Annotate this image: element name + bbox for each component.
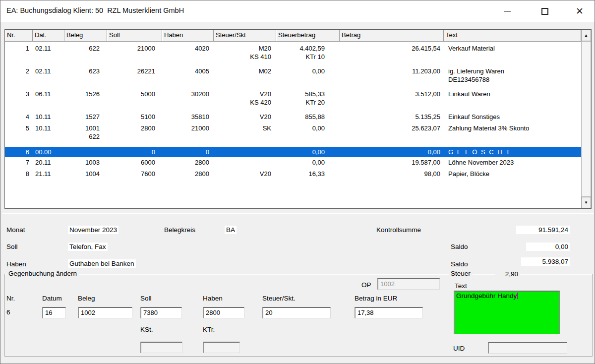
soll-summary-value: Telefon, Fax	[68, 243, 108, 251]
close-icon: ✕	[576, 6, 584, 16]
table-row[interactable]: 510.111001622280021000SK0,0025.623,07Zah…	[5, 124, 581, 141]
cell-steuer: SK	[214, 124, 276, 141]
saldo-soll-value: 0,00	[526, 243, 570, 251]
vertical-scrollbar[interactable]: ▲ ▼	[581, 30, 591, 208]
cell-betrag: 19.587,00	[340, 158, 444, 167]
soll-field[interactable]: 7380	[140, 307, 182, 318]
cell-steuerbetrag: 0,00	[276, 158, 340, 167]
cell-haben: 4005	[162, 67, 214, 84]
datum-field[interactable]: 16	[42, 307, 66, 318]
table-row[interactable]: 202.11623262214005M020,0011.203,00ig. Li…	[5, 67, 581, 84]
cell-text: ig. Lieferung WarenDE123456788	[444, 67, 581, 84]
cell-text: Zahlung Material 3% Skonto	[444, 124, 581, 141]
table-row-selected[interactable]: 600.00000,000,00G E L Ö S C H T	[5, 147, 581, 157]
cell-dat: 10.11	[33, 113, 64, 121]
titlebar: EA: Buchungsdialog Klient: 50 RZL Muster…	[0, 0, 595, 22]
column-header[interactable]: Soll	[107, 30, 162, 42]
scroll-down-button[interactable]: ▼	[581, 197, 591, 208]
cell-beleg: 1527	[64, 113, 107, 121]
minimize-button[interactable]	[496, 0, 518, 22]
column-header[interactable]: Haben	[162, 30, 214, 42]
cell-nr: 6	[5, 148, 33, 156]
steuer-skt-label: Steuer/Skt.	[262, 295, 296, 302]
table-row[interactable]: 720.111003600028000,0019.587,00Löhne Nov…	[5, 158, 581, 167]
cell-dat: 00.00	[33, 148, 64, 156]
saldo-haben-value: 5.938,07	[521, 257, 570, 266]
maximize-icon	[541, 8, 548, 15]
cell-steuer: V20	[214, 170, 276, 178]
cell-steuerbetrag: 0,00	[276, 67, 340, 84]
window-title: EA: Buchungsdialog Klient: 50 RZL Muster…	[6, 6, 184, 14]
belegkreis-value: BA	[225, 226, 237, 234]
cell-haben: 4020	[162, 44, 214, 61]
cell-nr: 4	[5, 113, 33, 121]
cell-nr: 1	[5, 44, 33, 61]
cell-betrag: 98,00	[340, 170, 444, 178]
haben-summary-label: Haben	[6, 260, 26, 268]
maximize-button[interactable]	[534, 0, 556, 22]
column-header[interactable]: Betrag	[340, 30, 444, 42]
ktr-field	[203, 342, 240, 353]
cell-dat: 06.11	[33, 90, 64, 107]
column-header[interactable]: Beleg	[64, 30, 107, 42]
cell-betrag: 3.512,00	[340, 90, 444, 107]
belegkreis-label: Belegkreis	[164, 226, 195, 234]
cell-haben: 21000	[162, 124, 214, 141]
table-row[interactable]: 306.111526500030200V20KS 420585,33KTr 20…	[5, 90, 581, 107]
panel-separator	[2, 213, 594, 214]
ktr-label: KTr.	[203, 326, 215, 333]
kst-label: KSt.	[140, 326, 153, 333]
steuer-skt-field[interactable]: 20	[262, 307, 331, 318]
column-header[interactable]: Steuerbetrag	[276, 30, 340, 42]
cell-soll: 2800	[107, 124, 162, 141]
cell-beleg: 622	[64, 44, 107, 61]
cell-dat: 21.11	[33, 170, 64, 178]
cell-steuerbetrag: 585,33KTr 20	[276, 90, 340, 107]
cell-text: Einkauf Sonstiges	[444, 113, 581, 121]
cell-soll: 0	[107, 148, 162, 156]
cell-betrag: 0,00	[340, 148, 444, 156]
monat-value: November 2023	[68, 226, 119, 234]
cell-dat: 20.11	[33, 158, 64, 167]
cell-soll: 5100	[107, 113, 162, 121]
cell-text: Papier, Blöcke	[444, 170, 581, 178]
cell-beleg: 623	[64, 67, 107, 84]
cell-text: Löhne November 2023	[444, 158, 581, 167]
cell-beleg	[64, 148, 107, 156]
column-header[interactable]: Nr.	[5, 30, 33, 42]
cell-steuer: V20	[214, 113, 276, 121]
close-button[interactable]: ✕	[569, 0, 591, 22]
column-header[interactable]: Steuer/Skt	[214, 30, 276, 42]
scroll-up-button[interactable]: ▲	[581, 30, 591, 41]
cell-haben: 0	[162, 148, 214, 156]
table-row[interactable]: 102.11622210004020M20KS 4104.402,59KTr 1…	[5, 44, 581, 61]
haben-summary-value: Guthaben bei Banken	[68, 259, 136, 268]
cell-text: G E L Ö S C H T	[444, 148, 581, 156]
uid-field	[488, 342, 567, 354]
text-field[interactable]: Grundgebühr Handy	[454, 291, 560, 334]
saldo-soll-label: Saldo	[451, 243, 468, 250]
op-label: OP	[361, 281, 371, 289]
table-row[interactable]: 410.111527510035810V20855,885.135,25Eink…	[5, 113, 581, 121]
kst-field	[140, 342, 182, 353]
column-header[interactable]: Text	[444, 30, 581, 42]
cell-steuerbetrag: 855,88	[276, 113, 340, 121]
scrollbar-track[interactable]	[581, 41, 591, 197]
monat-label: Monat	[6, 226, 25, 234]
beleg-label: Beleg	[78, 295, 95, 302]
cell-beleg: 1004	[64, 170, 107, 178]
haben-field[interactable]: 2800	[203, 307, 244, 318]
cell-dat: 10.11	[33, 124, 64, 141]
cell-soll: 5000	[107, 90, 162, 107]
table-row[interactable]: 821.11100476002800V2016,3398,00Papier, B…	[5, 170, 581, 178]
cell-betrag: 25.623,07	[340, 124, 444, 141]
cell-betrag: 11.203,00	[340, 67, 444, 84]
cell-nr: 8	[5, 170, 33, 178]
betrag-field[interactable]: 17,38	[355, 307, 423, 318]
chevron-down-icon: ▼	[584, 200, 588, 205]
cell-dat: 02.11	[33, 67, 64, 84]
beleg-field[interactable]: 1002	[78, 307, 132, 318]
cell-steuerbetrag: 16,33	[276, 170, 340, 178]
column-header[interactable]: Dat.	[33, 30, 64, 42]
soll-summary-label: Soll	[6, 243, 18, 250]
